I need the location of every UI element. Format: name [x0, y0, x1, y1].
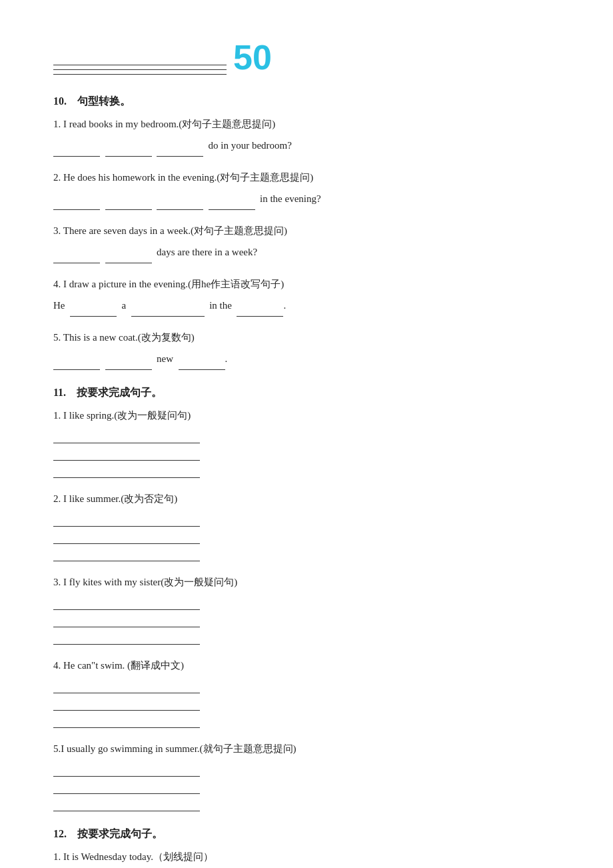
q11-5-text: 5.I usually go swimming in summer.(就句子主题…: [53, 740, 560, 758]
blank-10-5-a[interactable]: [53, 355, 100, 370]
blank-11-1-c[interactable]: [53, 463, 200, 478]
q10-5-dot: .: [225, 353, 228, 364]
q11-1-blanks: [53, 429, 560, 478]
q11-5: 5.I usually go swimming in summer.(就句子主题…: [53, 740, 560, 811]
q11-3-blanks: [53, 595, 560, 645]
q10-3-answer: days are there in a week?: [53, 241, 560, 263]
section-11-title: 11. 按要求完成句子。: [53, 386, 560, 400]
section-11: 11. 按要求完成句子。 1. I like spring.(改为一般疑问句) …: [53, 386, 560, 811]
blank-10-4-c[interactable]: [237, 302, 283, 317]
q10-2-suffix: in the evening?: [260, 193, 321, 204]
blank-11-5-c[interactable]: [53, 797, 200, 811]
header-lines: [53, 65, 227, 75]
blank-11-4-a[interactable]: [53, 679, 200, 693]
blank-10-5-b[interactable]: [105, 355, 152, 370]
blank-11-1-a[interactable]: [53, 429, 200, 443]
header-line-2: [53, 69, 227, 70]
blank-11-1-b[interactable]: [53, 446, 200, 461]
blank-11-2-a[interactable]: [53, 512, 200, 527]
blank-11-3-a[interactable]: [53, 595, 200, 610]
blank-10-3-b[interactable]: [105, 249, 152, 263]
q10-4-in-the: in the: [209, 300, 232, 311]
header-line-1: [53, 65, 227, 65]
q10-1-suffix: do in your bedroom?: [209, 140, 292, 151]
q10-2-answer: in the evening?: [53, 188, 560, 210]
q10-5: 5. This is a new coat.(改为复数句) new .: [53, 329, 560, 370]
blank-11-3-b[interactable]: [53, 613, 200, 627]
q10-4-answer: He a in the .: [53, 295, 560, 317]
blank-10-4-b[interactable]: [131, 302, 205, 317]
q10-4-text: 4. I draw a picture in the evening.(用he作…: [53, 275, 560, 293]
q10-3: 3. There are seven days in a week.(对句子主题…: [53, 222, 560, 263]
blank-10-1-c[interactable]: [157, 142, 203, 157]
q12-1: 1. It is Wednesday today.（划线提问） is it to…: [53, 848, 560, 868]
blank-11-4-b[interactable]: [53, 696, 200, 711]
q11-2-text: 2. I like summer.(改为否定句): [53, 490, 560, 508]
header-section: 50: [53, 40, 560, 75]
q10-3-text: 3. There are seven days in a week.(对句子主题…: [53, 222, 560, 240]
q12-1-text: 1. It is Wednesday today.（划线提问）: [53, 848, 560, 866]
blank-11-5-b[interactable]: [53, 779, 200, 794]
blank-11-4-c[interactable]: [53, 713, 200, 728]
q11-1-text: 1. I like spring.(改为一般疑问句): [53, 407, 560, 425]
q10-1-answer: do in your bedroom?: [53, 135, 560, 157]
blank-10-5-c[interactable]: [179, 355, 225, 370]
q11-5-blanks: [53, 762, 560, 811]
q11-3-text: 3. I fly kites with my sister(改为一般疑问句): [53, 573, 560, 591]
q10-4-he: He: [53, 300, 65, 311]
q10-5-text: 5. This is a new coat.(改为复数句): [53, 329, 560, 347]
q11-1: 1. I like spring.(改为一般疑问句): [53, 407, 560, 478]
q11-2: 2. I like summer.(改为否定句): [53, 490, 560, 561]
section-12: 12. 按要求完成句子。 1. It is Wednesday today.（划…: [53, 827, 560, 868]
blank-10-2-b[interactable]: [105, 195, 152, 210]
q10-5-answer: new .: [53, 348, 560, 370]
q11-2-blanks: [53, 512, 560, 561]
blank-10-2-a[interactable]: [53, 195, 100, 210]
q10-3-suffix: days are there in a week?: [157, 247, 257, 257]
header-line-3: [53, 74, 227, 75]
section-10-title: 10. 句型转换。: [53, 95, 560, 109]
blank-11-2-b[interactable]: [53, 529, 200, 544]
blank-10-1-b[interactable]: [105, 142, 152, 157]
blank-10-4-a[interactable]: [70, 302, 117, 317]
section-10: 10. 句型转换。 1. I read books in my bedroom.…: [53, 95, 560, 370]
blank-11-3-c[interactable]: [53, 630, 200, 645]
q10-4: 4. I draw a picture in the evening.(用he作…: [53, 275, 560, 317]
blank-10-2-c[interactable]: [157, 195, 203, 210]
blank-10-3-a[interactable]: [53, 249, 100, 263]
q11-3: 3. I fly kites with my sister(改为一般疑问句): [53, 573, 560, 645]
blank-11-5-a[interactable]: [53, 762, 200, 777]
q10-1: 1. I read books in my bedroom.(对句子主题意思提问…: [53, 115, 560, 157]
blank-10-1-a[interactable]: [53, 142, 100, 157]
q11-4-text: 4. He can"t swim. (翻译成中文): [53, 657, 560, 675]
q10-2-text: 2. He does his homework in the evening.(…: [53, 169, 560, 187]
q11-4-blanks: [53, 679, 560, 728]
q10-1-text: 1. I read books in my bedroom.(对句子主题意思提问…: [53, 115, 560, 133]
q10-5-new: new: [157, 353, 173, 364]
section-12-title: 12. 按要求完成句子。: [53, 827, 560, 841]
blank-11-2-c[interactable]: [53, 547, 200, 561]
q10-4-dot: .: [283, 300, 286, 311]
score-number: 50: [233, 40, 272, 75]
q10-2: 2. He does his homework in the evening.(…: [53, 169, 560, 210]
q10-4-a: a: [122, 300, 127, 311]
q11-4: 4. He can"t swim. (翻译成中文): [53, 657, 560, 728]
blank-10-2-d[interactable]: [209, 195, 255, 210]
